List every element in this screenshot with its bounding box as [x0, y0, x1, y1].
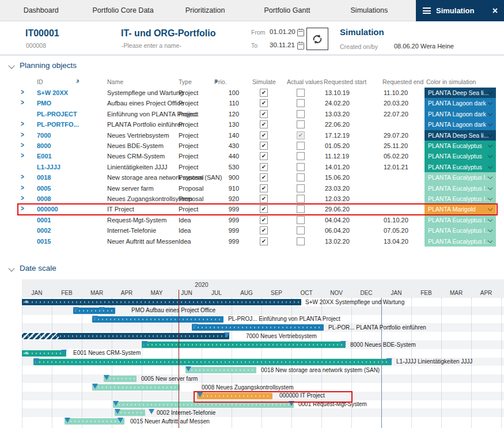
row-id-link[interactable]: 0008 [37, 195, 51, 202]
calendar-icon[interactable] [297, 29, 304, 36]
nav-tab-dashboard[interactable]: Dashboard [0, 0, 82, 21]
color-simulation-dropdown[interactable]: PLANTA Eucalyptus [425, 151, 496, 161]
table-row[interactable]: L1-JJJJLinientätigkeiten JJJJProject530✔… [0, 162, 504, 172]
row-id-link[interactable]: 0001 [37, 217, 51, 224]
row-id-link[interactable]: PL-PROJECT [37, 111, 77, 118]
col-actual-values[interactable]: Actual values [287, 78, 323, 85]
gantt-bar[interactable] [185, 367, 256, 373]
table-row[interactable]: >PL-PORTFO...PLANTA Portfolio einführenP… [0, 119, 504, 130]
collapse-chevron-icon[interactable] [8, 265, 14, 271]
simulate-checkbox[interactable]: ✔ [260, 237, 268, 245]
color-simulation-dropdown[interactable]: PLANTA Eucalyptus l... [425, 225, 496, 236]
gantt-bar[interactable] [22, 333, 229, 339]
actual-values-checkbox[interactable] [297, 226, 305, 234]
expand-chevron-icon[interactable]: > [21, 88, 24, 96]
actual-values-checkbox[interactable] [297, 173, 305, 181]
from-date-field[interactable]: 01.01.20 [270, 28, 295, 35]
gantt-bar[interactable] [73, 308, 115, 314]
actual-values-checkbox[interactable] [297, 89, 305, 97]
actual-values-checkbox[interactable]: ✔ [297, 131, 305, 139]
nav-tab-portfolio-core-data[interactable]: Portfolio Core Data [82, 0, 164, 21]
col-simulate[interactable]: Simulate [252, 78, 276, 85]
nav-tab-prioritization[interactable]: Prioritization [164, 0, 246, 21]
row-id-link[interactable]: PL-PORTFO... [37, 121, 79, 128]
table-row[interactable]: >8000Neues BDE-SystemProject430✔01.05.20… [0, 141, 504, 151]
table-row[interactable]: PL-PROJECTEinführung von PLANTA ProjectP… [0, 109, 504, 119]
table-row[interactable]: >7000Neues VertriebsystemProject140✔✔17.… [0, 130, 504, 141]
simulate-checkbox[interactable]: ✔ [260, 89, 268, 97]
table-row[interactable]: >0018New storage area network system (SA… [0, 172, 504, 183]
row-id-link[interactable]: 8000 [37, 142, 51, 149]
gantt-bar[interactable] [192, 324, 324, 331]
simulate-checkbox[interactable]: ✔ [260, 110, 268, 118]
col-requested-start[interactable]: Requested start [324, 78, 366, 85]
gantt-bar[interactable]: « [22, 299, 301, 305]
color-simulation-dropdown[interactable]: PLANTA Eucalyptus [425, 141, 496, 151]
simulate-checkbox[interactable]: ✔ [260, 131, 268, 139]
row-id-link[interactable]: E001 [37, 153, 52, 160]
table-row[interactable]: 0001Request-Mgt-SystemIdea999✔04.04.2001… [0, 215, 504, 225]
col-name[interactable]: Name [107, 78, 123, 85]
simulate-checkbox[interactable]: ✔ [260, 226, 268, 234]
row-id-link[interactable]: L1-JJJJ [37, 164, 60, 171]
actual-values-checkbox[interactable] [297, 237, 305, 245]
nav-tab-simulations[interactable]: Simulations [328, 0, 410, 21]
expand-chevron-icon[interactable]: > [21, 173, 24, 180]
gantt-bar[interactable] [142, 342, 346, 348]
actual-values-checkbox[interactable] [297, 99, 305, 107]
gantt-bar[interactable] [92, 384, 180, 391]
table-row[interactable]: >E001Neues CRM-SystemProject440✔11.12.19… [0, 151, 504, 161]
row-id-link[interactable]: 0005 [37, 185, 51, 192]
hamburger-icon[interactable] [423, 6, 431, 16]
table-row[interactable]: >PMOAufbau eines Project OfficeProject11… [0, 98, 504, 108]
close-icon[interactable]: × [492, 6, 498, 16]
actual-values-checkbox[interactable] [297, 142, 305, 150]
row-id-link[interactable]: 7000 [37, 132, 51, 139]
calendar-icon[interactable] [297, 43, 304, 50]
simulate-checkbox[interactable]: ✔ [260, 120, 268, 128]
color-simulation-dropdown[interactable]: PLANTA Deep Sea li... [425, 88, 496, 98]
actual-values-checkbox[interactable] [297, 110, 305, 118]
row-id-link[interactable]: 0002 [37, 227, 51, 234]
expand-chevron-icon[interactable]: > [21, 194, 24, 202]
color-simulation-dropdown[interactable]: PLANTA Eucalyptus l... [425, 215, 496, 225]
expand-chevron-icon[interactable]: > [21, 141, 24, 149]
simulate-checkbox[interactable]: ✔ [260, 216, 268, 224]
col-requested-end[interactable]: Requested end [382, 78, 423, 85]
expand-chevron-icon[interactable]: > [21, 99, 24, 106]
table-row[interactable]: 0002Internet-TelefonieIdea999✔06.04.2007… [0, 225, 504, 236]
expand-chevron-icon[interactable]: > [21, 130, 24, 138]
row-id-link[interactable]: 0015 [37, 238, 51, 245]
simulate-checkbox[interactable]: ✔ [260, 195, 268, 203]
collapse-chevron-icon[interactable] [8, 62, 14, 69]
table-row[interactable]: >0008Neues ZugangskontrollsystemProposal… [0, 194, 504, 204]
actual-values-checkbox[interactable] [297, 184, 305, 192]
expand-chevron-icon[interactable]: > [21, 151, 24, 159]
table-row[interactable]: >0005New server farmProposal910✔23.03.20… [0, 183, 504, 194]
actual-values-checkbox[interactable] [297, 152, 305, 160]
color-simulation-dropdown[interactable]: PLANTA Eucalyptus l... [425, 172, 496, 183]
table-row[interactable]: >S+W 20XXSystempflege und WartungProject… [0, 88, 504, 98]
nav-tab-portfolio-gantt[interactable]: Portfolio Gantt [246, 0, 328, 21]
actual-values-checkbox[interactable] [297, 163, 305, 171]
simulate-checkbox[interactable]: ✔ [260, 142, 268, 150]
simulate-checkbox[interactable]: ✔ [260, 163, 268, 171]
col-color-in-simulation[interactable]: Color in simulation [426, 78, 476, 85]
actual-values-checkbox[interactable] [297, 120, 305, 128]
expand-chevron-icon[interactable]: > [21, 183, 24, 191]
gantt-bar[interactable] [65, 418, 124, 425]
table-row[interactable]: 0015Neuer Auftritt auf MessenIdea999✔13.… [0, 236, 504, 247]
color-simulation-dropdown[interactable]: PLANTA Lagoon dark [425, 119, 496, 130]
to-date-field[interactable]: 30.11.21 [270, 41, 295, 48]
actual-values-checkbox[interactable] [297, 195, 305, 203]
simulate-checkbox[interactable]: ✔ [260, 152, 268, 160]
recalculate-button[interactable] [306, 28, 328, 50]
tab-simulation-active[interactable]: Simulation × [416, 0, 504, 21]
actual-values-checkbox[interactable] [297, 216, 305, 224]
row-id-link[interactable]: PMO [37, 100, 51, 107]
color-simulation-dropdown[interactable]: PLANTA Deep Sea li... [425, 130, 496, 141]
simulate-checkbox[interactable]: ✔ [260, 173, 268, 181]
col-type[interactable]: Type [179, 78, 192, 85]
color-simulation-dropdown[interactable]: PLANTA Lagoon dark [425, 98, 496, 108]
color-simulation-dropdown[interactable]: PLANTA Eucalyptus [425, 162, 496, 172]
